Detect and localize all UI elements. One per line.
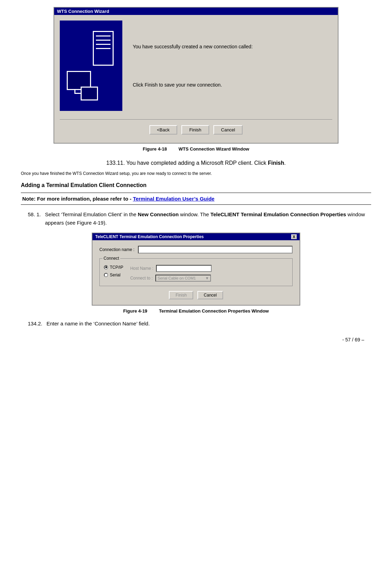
para58-number: 58. 1. — [28, 210, 41, 227]
para133-text-before: You have completed adding a Microsoft RD… — [126, 160, 268, 166]
connect-to-value: Serial Cable on COM1 — [157, 276, 196, 280]
teleclient-title: TeleCLIENT Terminal Emulation Connection… — [95, 234, 204, 239]
tcp-ip-label: TCP/IP — [110, 265, 123, 270]
wts-titlebar: WTS Connection Wizard — [54, 8, 338, 15]
teleclient-buttons: Finish Cancel — [99, 291, 293, 299]
para58-text: Select ‘Terminal Emulation Client’ in th… — [45, 210, 371, 227]
monitor2-icon — [81, 87, 98, 100]
serial-radio[interactable] — [104, 273, 108, 277]
para133-text-after: . — [284, 160, 286, 166]
radio-column: TCP/IP Serial — [104, 265, 123, 277]
figure19-caption: Figure 4-19 Terminal Emulation Connectio… — [21, 308, 371, 314]
wts-finish-button[interactable]: Finish — [181, 125, 209, 135]
teleclient-screenshot: TeleCLIENT Terminal Emulation Connection… — [92, 233, 300, 306]
small-text: Once you have finished the WTS Connectio… — [21, 170, 371, 177]
wts-text1: You have successfully created a new conn… — [133, 43, 329, 50]
note-bar: Note: For more information, please refer… — [21, 193, 371, 205]
teleclient-close-button[interactable]: X — [291, 234, 297, 239]
figure18-text: WTS Connection Wizard Window — [179, 146, 249, 152]
para134: 134.2. Enter a name in the ‘Connection N… — [21, 321, 371, 326]
teleclient-finish-button[interactable]: Finish — [169, 291, 193, 299]
note-prefix: Note: For more information, please refer… — [22, 196, 133, 202]
teleclient-titlebar: TeleCLIENT Terminal Emulation Connection… — [92, 233, 300, 240]
host-name-row: Host Name : — [130, 265, 212, 272]
wts-back-button[interactable]: <Back — [149, 125, 178, 135]
serial-label: Serial — [110, 273, 121, 277]
connection-name-input[interactable] — [138, 246, 293, 253]
connect-group-box: Connect TCP/IP Serial Host Name : — [99, 258, 293, 286]
wts-cancel-button[interactable]: Cancel — [213, 125, 243, 135]
para133-bold: Finish — [268, 160, 284, 166]
wts-text-area: You have successfully created a new conn… — [129, 21, 332, 111]
teleclient-cancel-button[interactable]: Cancel — [197, 291, 223, 299]
serial-radio-item[interactable]: Serial — [104, 273, 123, 277]
wts-buttons: <Back Finish Cancel — [60, 122, 332, 137]
wts-body: You have successfully created a new conn… — [54, 15, 338, 143]
connect-to-label: Connect to : — [130, 276, 153, 281]
page-number: - 57 / 69 – — [21, 337, 371, 342]
wts-wizard-screenshot: WTS Connection Wizard You have successfu… — [54, 7, 338, 144]
para133: 133.11. You have completed adding a Micr… — [21, 159, 371, 168]
para58-bold2: TeleCLIENT Terminal Emulation Connection… — [211, 211, 346, 217]
para58-text-before: Select ‘Terminal Emulation Client’ in th… — [45, 211, 138, 217]
host-section: Host Name : Connect to : Serial Cable on… — [130, 265, 212, 282]
tcp-ip-radio-item[interactable]: TCP/IP — [104, 265, 123, 270]
connect-to-select[interactable]: Serial Cable on COM1 ▼ — [155, 275, 211, 282]
wts-decorative-image — [62, 24, 121, 107]
wts-content-area: You have successfully created a new conn… — [60, 21, 332, 111]
connection-name-row: Connection name : — [99, 246, 293, 253]
wts-image — [60, 21, 122, 111]
para58-text-mid: window. The — [179, 211, 210, 217]
para133-number: 133.11. — [106, 160, 125, 166]
wts-text2: Click Finish to save your new connection… — [133, 81, 329, 89]
para134-number: 134.2. — [28, 321, 42, 326]
para58-bold1: New Connection — [138, 211, 179, 217]
figure19-text: Terminal Emulation Connection Properties… — [159, 308, 269, 314]
server-icon — [93, 31, 114, 66]
para134-text: Enter a name in the ‘Connection Name’ fi… — [47, 321, 150, 326]
para58: 58. 1. Select ‘Terminal Emulation Client… — [21, 210, 371, 227]
connection-name-label: Connection name : — [99, 247, 134, 252]
figure19-label: Figure 4-19 — [123, 308, 147, 314]
tcp-ip-radio[interactable] — [104, 265, 108, 269]
terminal-emulation-link[interactable]: Terminal Emulation User’s Guide — [133, 196, 214, 202]
host-name-input[interactable] — [156, 265, 212, 272]
dropdown-arrow-icon: ▼ — [205, 276, 209, 280]
section-heading: Adding a Terminal Emulation Client Conne… — [21, 182, 371, 188]
host-name-label: Host Name : — [130, 266, 154, 271]
figure18-caption: Figure 4-18 WTS Connection Wizard Window — [21, 146, 371, 152]
wts-divider — [60, 119, 332, 120]
connect-group-label: Connect — [103, 256, 120, 261]
teleclient-body: Connection name : Connect TCP/IP Serial — [92, 240, 300, 305]
connect-to-row: Connect to : Serial Cable on COM1 ▼ — [130, 275, 212, 282]
figure18-label: Figure 4-18 — [143, 146, 167, 152]
